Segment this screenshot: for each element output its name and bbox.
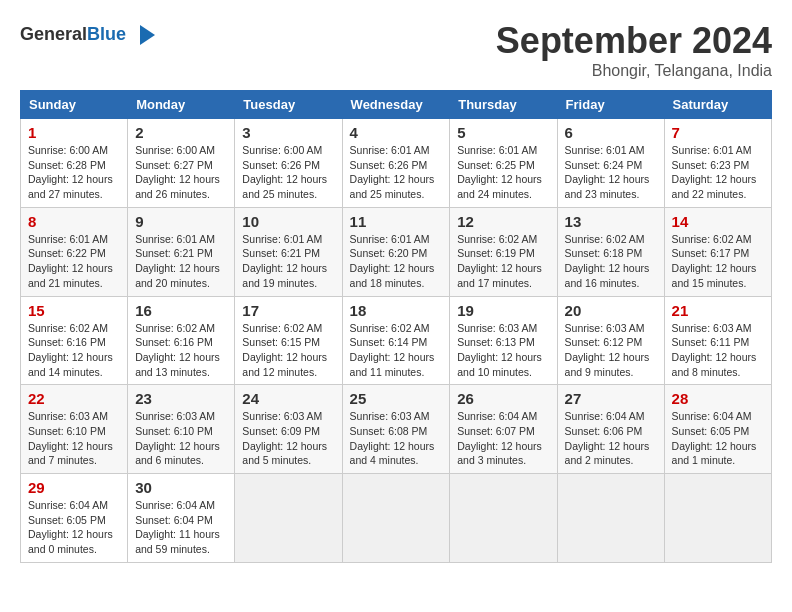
- day-number: 28: [672, 390, 764, 407]
- day-number: 3: [242, 124, 334, 141]
- header-row: Sunday Monday Tuesday Wednesday Thursday…: [21, 91, 772, 119]
- day-number: 14: [672, 213, 764, 230]
- table-row: 25Sunrise: 6:03 AMSunset: 6:08 PMDayligh…: [342, 385, 450, 474]
- table-row: 2Sunrise: 6:00 AMSunset: 6:27 PMDaylight…: [128, 119, 235, 208]
- cell-info: Sunrise: 6:00 AMSunset: 6:27 PMDaylight:…: [135, 143, 227, 202]
- cell-info: Sunrise: 6:04 AMSunset: 6:05 PMDaylight:…: [672, 409, 764, 468]
- day-number: 20: [565, 302, 657, 319]
- col-monday: Monday: [128, 91, 235, 119]
- cell-info: Sunrise: 6:01 AMSunset: 6:23 PMDaylight:…: [672, 143, 764, 202]
- day-number: 2: [135, 124, 227, 141]
- cell-info: Sunrise: 6:03 AMSunset: 6:08 PMDaylight:…: [350, 409, 443, 468]
- table-row: 16Sunrise: 6:02 AMSunset: 6:16 PMDayligh…: [128, 296, 235, 385]
- day-number: 22: [28, 390, 120, 407]
- day-number: 10: [242, 213, 334, 230]
- svg-marker-0: [140, 25, 155, 45]
- table-row: 9Sunrise: 6:01 AMSunset: 6:21 PMDaylight…: [128, 207, 235, 296]
- cell-info: Sunrise: 6:03 AMSunset: 6:10 PMDaylight:…: [28, 409, 120, 468]
- table-row: 8Sunrise: 6:01 AMSunset: 6:22 PMDaylight…: [21, 207, 128, 296]
- cell-info: Sunrise: 6:01 AMSunset: 6:24 PMDaylight:…: [565, 143, 657, 202]
- table-row: 11Sunrise: 6:01 AMSunset: 6:20 PMDayligh…: [342, 207, 450, 296]
- day-number: 29: [28, 479, 120, 496]
- cell-info: Sunrise: 6:01 AMSunset: 6:26 PMDaylight:…: [350, 143, 443, 202]
- cell-info: Sunrise: 6:02 AMSunset: 6:15 PMDaylight:…: [242, 321, 334, 380]
- day-number: 30: [135, 479, 227, 496]
- table-row: 30Sunrise: 6:04 AMSunset: 6:04 PMDayligh…: [128, 474, 235, 563]
- day-number: 11: [350, 213, 443, 230]
- table-row: 24Sunrise: 6:03 AMSunset: 6:09 PMDayligh…: [235, 385, 342, 474]
- table-row: 22Sunrise: 6:03 AMSunset: 6:10 PMDayligh…: [21, 385, 128, 474]
- table-row: 19Sunrise: 6:03 AMSunset: 6:13 PMDayligh…: [450, 296, 557, 385]
- month-title: September 2024: [496, 20, 772, 62]
- cell-info: Sunrise: 6:04 AMSunset: 6:04 PMDaylight:…: [135, 498, 227, 557]
- col-friday: Friday: [557, 91, 664, 119]
- cell-info: Sunrise: 6:02 AMSunset: 6:14 PMDaylight:…: [350, 321, 443, 380]
- logo-general: GeneralBlue: [20, 25, 126, 45]
- logo: GeneralBlue: [20, 20, 160, 50]
- cell-info: Sunrise: 6:01 AMSunset: 6:20 PMDaylight:…: [350, 232, 443, 291]
- table-row: 10Sunrise: 6:01 AMSunset: 6:21 PMDayligh…: [235, 207, 342, 296]
- calendar-row: 8Sunrise: 6:01 AMSunset: 6:22 PMDaylight…: [21, 207, 772, 296]
- logo-text: GeneralBlue: [20, 25, 126, 45]
- table-row: 18Sunrise: 6:02 AMSunset: 6:14 PMDayligh…: [342, 296, 450, 385]
- calendar-table: Sunday Monday Tuesday Wednesday Thursday…: [20, 90, 772, 563]
- cell-info: Sunrise: 6:00 AMSunset: 6:26 PMDaylight:…: [242, 143, 334, 202]
- cell-info: Sunrise: 6:03 AMSunset: 6:13 PMDaylight:…: [457, 321, 549, 380]
- day-number: 17: [242, 302, 334, 319]
- cell-info: Sunrise: 6:01 AMSunset: 6:25 PMDaylight:…: [457, 143, 549, 202]
- cell-info: Sunrise: 6:02 AMSunset: 6:16 PMDaylight:…: [28, 321, 120, 380]
- table-row: 6Sunrise: 6:01 AMSunset: 6:24 PMDaylight…: [557, 119, 664, 208]
- day-number: 12: [457, 213, 549, 230]
- day-number: 26: [457, 390, 549, 407]
- table-row: 21Sunrise: 6:03 AMSunset: 6:11 PMDayligh…: [664, 296, 771, 385]
- calendar-row: 15Sunrise: 6:02 AMSunset: 6:16 PMDayligh…: [21, 296, 772, 385]
- table-row: 29Sunrise: 6:04 AMSunset: 6:05 PMDayligh…: [21, 474, 128, 563]
- table-row: 5Sunrise: 6:01 AMSunset: 6:25 PMDaylight…: [450, 119, 557, 208]
- table-row: 26Sunrise: 6:04 AMSunset: 6:07 PMDayligh…: [450, 385, 557, 474]
- table-row: [342, 474, 450, 563]
- location-subtitle: Bhongir, Telangana, India: [496, 62, 772, 80]
- day-number: 24: [242, 390, 334, 407]
- calendar-row: 1Sunrise: 6:00 AMSunset: 6:28 PMDaylight…: [21, 119, 772, 208]
- day-number: 16: [135, 302, 227, 319]
- day-number: 8: [28, 213, 120, 230]
- table-row: 12Sunrise: 6:02 AMSunset: 6:19 PMDayligh…: [450, 207, 557, 296]
- cell-info: Sunrise: 6:04 AMSunset: 6:05 PMDaylight:…: [28, 498, 120, 557]
- day-number: 18: [350, 302, 443, 319]
- cell-info: Sunrise: 6:03 AMSunset: 6:12 PMDaylight:…: [565, 321, 657, 380]
- table-row: [664, 474, 771, 563]
- cell-info: Sunrise: 6:02 AMSunset: 6:19 PMDaylight:…: [457, 232, 549, 291]
- cell-info: Sunrise: 6:02 AMSunset: 6:16 PMDaylight:…: [135, 321, 227, 380]
- cell-info: Sunrise: 6:02 AMSunset: 6:18 PMDaylight:…: [565, 232, 657, 291]
- day-number: 9: [135, 213, 227, 230]
- day-number: 7: [672, 124, 764, 141]
- cell-info: Sunrise: 6:03 AMSunset: 6:11 PMDaylight:…: [672, 321, 764, 380]
- table-row: 1Sunrise: 6:00 AMSunset: 6:28 PMDaylight…: [21, 119, 128, 208]
- table-row: [450, 474, 557, 563]
- table-row: 3Sunrise: 6:00 AMSunset: 6:26 PMDaylight…: [235, 119, 342, 208]
- day-number: 4: [350, 124, 443, 141]
- table-row: 17Sunrise: 6:02 AMSunset: 6:15 PMDayligh…: [235, 296, 342, 385]
- page-header: GeneralBlue September 2024 Bhongir, Tela…: [20, 20, 772, 80]
- day-number: 25: [350, 390, 443, 407]
- table-row: 20Sunrise: 6:03 AMSunset: 6:12 PMDayligh…: [557, 296, 664, 385]
- cell-info: Sunrise: 6:03 AMSunset: 6:10 PMDaylight:…: [135, 409, 227, 468]
- col-tuesday: Tuesday: [235, 91, 342, 119]
- table-row: 28Sunrise: 6:04 AMSunset: 6:05 PMDayligh…: [664, 385, 771, 474]
- cell-info: Sunrise: 6:04 AMSunset: 6:06 PMDaylight:…: [565, 409, 657, 468]
- day-number: 1: [28, 124, 120, 141]
- day-number: 15: [28, 302, 120, 319]
- col-saturday: Saturday: [664, 91, 771, 119]
- day-number: 27: [565, 390, 657, 407]
- table-row: 23Sunrise: 6:03 AMSunset: 6:10 PMDayligh…: [128, 385, 235, 474]
- table-row: 27Sunrise: 6:04 AMSunset: 6:06 PMDayligh…: [557, 385, 664, 474]
- cell-info: Sunrise: 6:00 AMSunset: 6:28 PMDaylight:…: [28, 143, 120, 202]
- day-number: 6: [565, 124, 657, 141]
- table-row: 15Sunrise: 6:02 AMSunset: 6:16 PMDayligh…: [21, 296, 128, 385]
- table-row: 14Sunrise: 6:02 AMSunset: 6:17 PMDayligh…: [664, 207, 771, 296]
- table-row: 13Sunrise: 6:02 AMSunset: 6:18 PMDayligh…: [557, 207, 664, 296]
- table-row: [557, 474, 664, 563]
- calendar-row: 29Sunrise: 6:04 AMSunset: 6:05 PMDayligh…: [21, 474, 772, 563]
- cell-info: Sunrise: 6:02 AMSunset: 6:17 PMDaylight:…: [672, 232, 764, 291]
- cell-info: Sunrise: 6:01 AMSunset: 6:21 PMDaylight:…: [242, 232, 334, 291]
